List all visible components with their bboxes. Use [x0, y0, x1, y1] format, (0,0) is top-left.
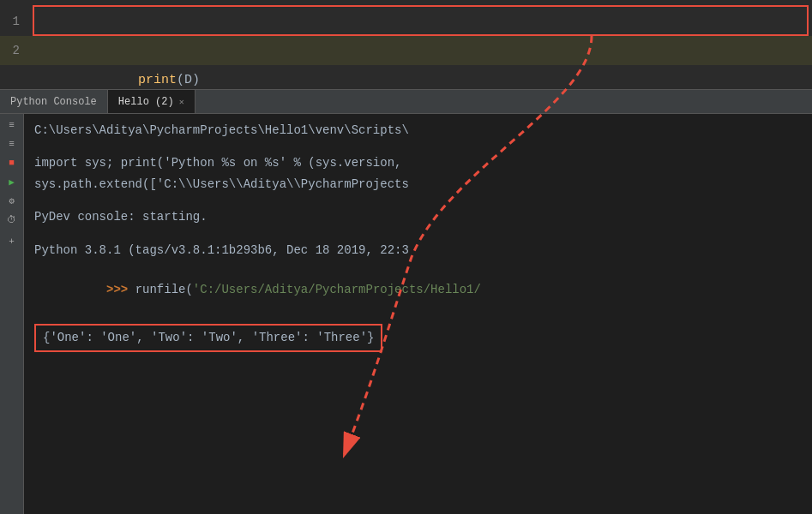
code-print-func: print [138, 73, 177, 87]
editor-lines: 1 D = dict(One = "One", Two = "Two", Thr… [0, 0, 812, 72]
console-python-version-line: Python 3.8.1 (tags/v3.8.1:1b293b6, Dec 1… [34, 241, 802, 260]
run-icon[interactable]: ▶ [4, 174, 20, 189]
console-runfile-cmd: runfile( [135, 283, 193, 296]
console-sidebar: ≡ ≡ ■ ▶ ⚙ ⏱ + [0, 114, 24, 514]
output-container: {'One': 'One', 'Two': 'Two', 'Three': 'T… [34, 324, 802, 351]
output-highlight-box: {'One': 'One', 'Two': 'Two', 'Three': 'T… [34, 324, 382, 351]
console-spacer-2 [34, 195, 802, 207]
plus-icon[interactable]: + [4, 234, 20, 249]
editor-line-1: 1 D = dict(One = "One", Two = "Two", Thr… [0, 7, 812, 36]
console-runfile-line: >>> runfile('C:/Users/Aditya/PycharmProj… [34, 261, 802, 319]
sidebar-icon-2: ≡ [4, 136, 20, 152]
stop-icon[interactable]: ■ [4, 155, 20, 170]
line-number-1: 1 [0, 7, 30, 36]
output-text: {'One': 'One', 'Two': 'Two', 'Three': 'T… [43, 331, 374, 344]
code-print-args: (D) [177, 73, 200, 87]
console-prompt: >>> [106, 283, 135, 296]
editor-line-2: 2 print(D) [0, 36, 812, 65]
console-content: C:\Users\Aditya\PycharmProjects\Hello1\v… [24, 114, 812, 514]
console-spacer-3 [34, 229, 802, 241]
console-area: Python Console Hello (2) ✕ ≡ ≡ ■ ▶ ⚙ ⏱ +… [0, 90, 812, 514]
line-number-2: 2 [0, 36, 30, 65]
clock-icon: ⏱ [4, 212, 20, 227]
console-import-line: import sys; print('Python %s on %s' % (s… [34, 153, 802, 172]
console-pydev-line: PyDev console: starting. [34, 207, 802, 226]
line-2-content: print(D) [30, 37, 812, 124]
gear-icon[interactable]: ⚙ [4, 193, 20, 208]
console-spacer-1 [34, 141, 802, 153]
console-runfile-path: 'C:/Users/Aditya/PycharmProjects/Hello1/ [193, 283, 481, 296]
code-indent [107, 73, 138, 87]
editor-area: 1 D = dict(One = "One", Two = "Two", Thr… [0, 0, 812, 90]
console-path-line: C:\Users\Aditya\PycharmProjects\Hello1\v… [34, 121, 802, 140]
sidebar-icon-1: ≡ [4, 117, 20, 133]
console-body: ≡ ≡ ■ ▶ ⚙ ⏱ + C:\Users\Aditya\PycharmPro… [0, 114, 812, 514]
console-syspath-line: sys.path.extend(['C:\\Users\\Aditya\\Pyc… [34, 175, 802, 194]
